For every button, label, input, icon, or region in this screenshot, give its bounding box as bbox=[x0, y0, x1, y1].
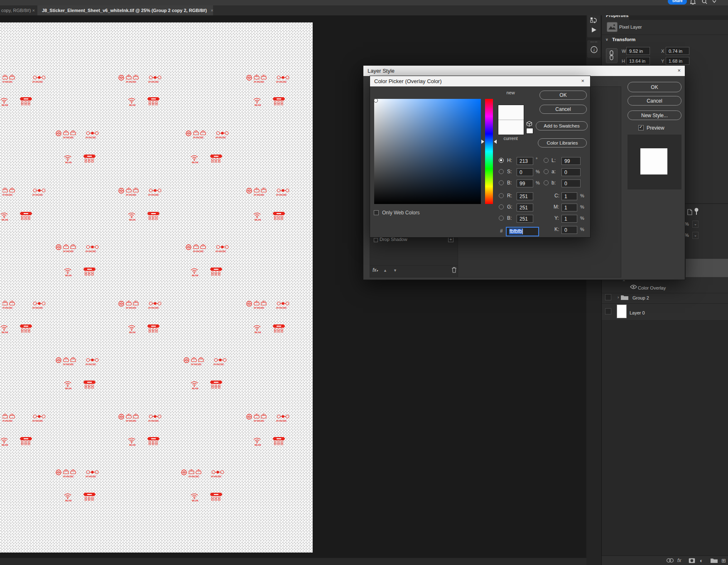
fill-dropdown-icon[interactable]: ⌄ bbox=[692, 232, 699, 239]
c-field[interactable]: 1 bbox=[561, 192, 577, 200]
delete-effect-icon[interactable] bbox=[451, 267, 457, 273]
gamut-swatch[interactable] bbox=[526, 128, 533, 134]
sticker-cluster: WLAN bbox=[64, 380, 97, 390]
selected-layer-row[interactable] bbox=[686, 259, 728, 277]
visibility-toggle[interactable] bbox=[605, 294, 611, 300]
brightness-radio[interactable] bbox=[499, 180, 504, 185]
document-canvas[interactable]: 24 VAC/DC 24 VAC/DC 24 VAC/DC 24 VAC/DC … bbox=[0, 22, 313, 553]
move-effect-down-icon[interactable]: ▼ bbox=[393, 268, 397, 273]
drop-shadow-checkbox[interactable] bbox=[374, 238, 378, 242]
visibility-toggle[interactable] bbox=[605, 308, 611, 314]
only-web-colors-checkbox[interactable] bbox=[374, 210, 379, 215]
layer-mask-icon[interactable] bbox=[689, 558, 695, 563]
saturation-brightness-field[interactable] bbox=[374, 99, 481, 204]
svg-text:24 VAC/DC: 24 VAC/DC bbox=[63, 475, 74, 478]
lab-a-radio[interactable] bbox=[544, 169, 549, 174]
share-button[interactable]: Share bbox=[668, 0, 687, 5]
gamut-warning-cube-icon[interactable] bbox=[526, 121, 532, 127]
m-field[interactable]: 1 bbox=[561, 204, 577, 211]
history-icon[interactable] bbox=[590, 17, 598, 25]
document-tab-inactive[interactable]: copy, RGB/8#) × bbox=[0, 5, 38, 15]
blue-field[interactable]: 251 bbox=[517, 215, 533, 223]
lock-transparent-icon[interactable] bbox=[687, 209, 692, 215]
new-group-icon[interactable] bbox=[711, 558, 718, 563]
l-field[interactable]: 99 bbox=[561, 157, 581, 165]
s-field[interactable]: 0 bbox=[517, 168, 533, 176]
saturation-radio[interactable] bbox=[499, 169, 504, 174]
panel-grip bbox=[591, 42, 597, 44]
new-layer-icon[interactable]: ⊞ bbox=[721, 558, 726, 564]
layer-style-fx-icon[interactable]: fx bbox=[677, 558, 681, 563]
layer-style-ok-button[interactable]: OK bbox=[628, 82, 681, 92]
new-style-button[interactable]: New Style... bbox=[628, 111, 681, 120]
color-picker-ok-button[interactable]: OK bbox=[539, 91, 587, 100]
add-to-swatches-button[interactable]: Add to Swatches bbox=[536, 121, 588, 130]
sticker-cluster: 24 VAC/DC 24 VAC/DC bbox=[2, 187, 49, 197]
h-field[interactable]: 213 bbox=[517, 157, 533, 165]
svg-text:24 VAC/DC: 24 VAC/DC bbox=[2, 194, 13, 196]
hue-slider[interactable] bbox=[485, 99, 493, 204]
eye-icon[interactable] bbox=[630, 285, 637, 289]
play-actions-icon[interactable] bbox=[591, 27, 597, 33]
search-icon[interactable] bbox=[702, 0, 707, 5]
sticker-cluster: WLAN bbox=[0, 437, 33, 446]
close-icon[interactable]: × bbox=[677, 68, 681, 74]
hue-radio[interactable] bbox=[499, 158, 504, 163]
info-icon[interactable]: i bbox=[591, 46, 598, 53]
x-field[interactable]: 0.74 in bbox=[666, 47, 689, 55]
g-field[interactable]: 251 bbox=[517, 204, 533, 211]
transform-collapse-icon[interactable]: ∨ bbox=[605, 37, 608, 42]
close-tab-icon[interactable]: × bbox=[211, 8, 213, 13]
effect-color-overlay-row[interactable]: Color Overlay bbox=[638, 285, 666, 290]
layer-style-cancel-button[interactable]: Cancel bbox=[628, 96, 681, 106]
svg-text:WLAN: WLAN bbox=[2, 219, 8, 221]
link-layers-icon[interactable] bbox=[667, 558, 674, 563]
height-field[interactable]: 13.64 in bbox=[626, 57, 650, 65]
hue-slider-arrow-left[interactable] bbox=[481, 140, 484, 144]
color-picker-cancel-button[interactable]: Cancel bbox=[539, 105, 587, 114]
svg-text:WLAN: WLAN bbox=[129, 219, 135, 221]
fx-menu-icon[interactable]: fx▾ bbox=[373, 267, 378, 273]
svg-text:WLAN: WLAN bbox=[65, 387, 71, 390]
svg-text:24 VAC/DC: 24 VAC/DC bbox=[126, 420, 137, 422]
sticker-cluster: 24 VAC/DC 24 VAC/DC bbox=[181, 469, 228, 478]
y-cmyk-field[interactable]: 1 bbox=[561, 215, 577, 223]
lab-b-field[interactable]: 0 bbox=[561, 179, 581, 187]
green-radio[interactable] bbox=[499, 204, 504, 209]
k-field[interactable]: 0 bbox=[561, 226, 577, 234]
red-radio[interactable] bbox=[499, 193, 504, 198]
y-field[interactable]: 1.68 in bbox=[666, 57, 689, 65]
a-field[interactable]: 0 bbox=[561, 168, 581, 176]
photoshop-window: 24 VAC/DC 24 VAC/DC 24 VAC/DC 24 VAC/DC … bbox=[0, 0, 728, 565]
bell-icon[interactable] bbox=[690, 0, 696, 5]
sticker-cluster: 24 VAC/DC 24 VAC/DC bbox=[118, 413, 165, 423]
hue-slider-arrow-right[interactable] bbox=[494, 140, 497, 144]
close-tab-icon[interactable]: × bbox=[32, 8, 34, 13]
layer-thumbnail[interactable] bbox=[617, 305, 627, 318]
b-field[interactable]: 99 bbox=[517, 179, 533, 187]
color-field-marker[interactable] bbox=[374, 98, 378, 103]
close-icon[interactable]: × bbox=[581, 78, 584, 84]
width-field[interactable]: 9.52 in bbox=[626, 47, 650, 55]
sticker-cluster: 24 VAC/DC 24 VAC/DC bbox=[2, 300, 49, 310]
group-expand-icon[interactable]: › bbox=[618, 295, 619, 300]
sticker-cluster: 24 VAC/DC 24 VAC/DC bbox=[246, 74, 293, 84]
new-color-label: new bbox=[498, 90, 523, 95]
preview-checkbox[interactable] bbox=[638, 125, 644, 130]
lock-position-icon[interactable] bbox=[694, 208, 699, 216]
hex-field[interactable]: fbfbfb bbox=[506, 227, 539, 236]
lab-l-radio[interactable] bbox=[544, 158, 549, 163]
adjustment-layer-icon[interactable]: ◐ bbox=[700, 558, 703, 564]
chevron-down-icon[interactable] bbox=[712, 0, 717, 4]
document-tab-active[interactable]: J8_Sticker_Element_Sheet_v6_whiteInk.tif… bbox=[37, 5, 213, 15]
move-effect-up-icon[interactable]: ▲ bbox=[383, 268, 387, 273]
link-dimensions-icon[interactable] bbox=[606, 48, 618, 63]
lab-b-radio[interactable] bbox=[544, 180, 549, 185]
only-web-colors-label: Only Web Colors bbox=[382, 210, 419, 216]
color-libraries-button[interactable]: Color Libraries bbox=[538, 138, 587, 147]
layer-row-layer0[interactable]: Layer 0 bbox=[630, 310, 645, 315]
r-field[interactable]: 251 bbox=[517, 192, 533, 200]
blue-radio[interactable] bbox=[499, 216, 504, 221]
layer-row-group2[interactable]: Group 2 bbox=[632, 295, 649, 300]
opacity-dropdown-icon[interactable]: ⌄ bbox=[692, 221, 699, 228]
